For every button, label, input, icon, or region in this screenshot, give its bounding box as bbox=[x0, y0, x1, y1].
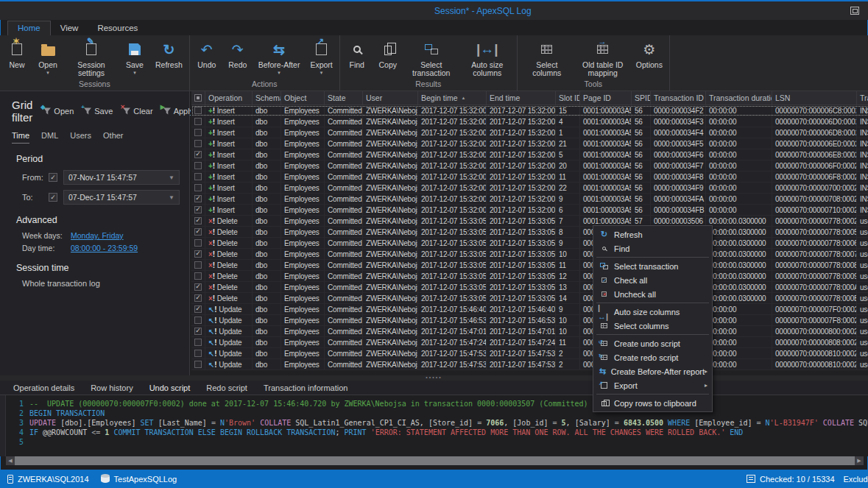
column-header-schema[interactable]: Schema bbox=[253, 91, 281, 105]
filter-open-button[interactable]: ◆Open bbox=[43, 107, 74, 116]
table-row[interactable]: ↖!UpdatedboEmployeesCommittedZWERKA\Nebo… bbox=[191, 359, 868, 370]
row-checkbox[interactable] bbox=[194, 140, 202, 147]
column-header-slot-id[interactable]: Slot ID bbox=[556, 91, 580, 105]
row-checkbox[interactable] bbox=[194, 283, 202, 291]
menu-item-check-all[interactable]: ✓Check all bbox=[593, 273, 712, 287]
menu-item-copy-rows-to-clipboard[interactable]: Copy rows to clipboard bbox=[593, 396, 712, 410]
ribbon-new-button[interactable]: ✶New bbox=[1, 37, 32, 78]
table-row[interactable]: +!InsertdboEmployeesCommittedZWERKA\Nebo… bbox=[191, 171, 868, 183]
table-row[interactable]: ×!DeletedboEmployeesCommittedZWERKA\Nebo… bbox=[191, 249, 868, 260]
menu-item-refresh[interactable]: ↻Refresh bbox=[593, 227, 712, 241]
table-row[interactable]: +!InsertdboEmployeesCommittedZWERKA\Nebo… bbox=[191, 183, 868, 194]
filter-tab-users[interactable]: Users bbox=[70, 131, 91, 144]
column-header-transaction-id[interactable]: Transaction ID bbox=[651, 91, 706, 105]
column-header-tra[interactable]: Tra bbox=[857, 91, 868, 105]
ribbon-select-columns-button[interactable]: Select columns bbox=[519, 37, 575, 78]
row-checkbox[interactable] bbox=[194, 206, 202, 213]
menu-item-select-columns[interactable]: Select columns bbox=[593, 319, 712, 333]
table-row[interactable]: +!InsertdboEmployeesCommittedZWERKA\Nebo… bbox=[191, 194, 868, 205]
day-time-link[interactable]: 08:00:00 - 23:59:59 bbox=[71, 244, 138, 252]
row-checkbox[interactable] bbox=[194, 118, 202, 125]
row-checkbox[interactable] bbox=[194, 261, 202, 269]
menu-item-create-undo-script[interactable]: ↺Create undo script bbox=[593, 336, 712, 350]
scrollbar-thumb[interactable] bbox=[15, 456, 855, 465]
row-checkbox[interactable] bbox=[194, 195, 202, 202]
row-checkbox[interactable] bbox=[194, 317, 202, 324]
select-all-checkbox[interactable] bbox=[191, 91, 205, 105]
row-checkbox[interactable] bbox=[194, 151, 202, 158]
ribbon-tab-view[interactable]: View bbox=[51, 21, 88, 35]
ribbon-old-table-id-mapping-button[interactable]: →Old table ID mapping bbox=[575, 37, 631, 78]
row-checkbox[interactable] bbox=[194, 184, 202, 191]
menu-item-create-before-after-report[interactable]: ⇆Create Before-After report▸ bbox=[593, 364, 712, 378]
ribbon-tab-home[interactable]: Home bbox=[7, 21, 51, 35]
table-row[interactable]: ↖!UpdatedboEmployeesCommittedZWERKA\Nebo… bbox=[191, 304, 868, 315]
filter-clear-button[interactable]: ✕Clear bbox=[122, 107, 152, 116]
ribbon-auto-size-columns-button[interactable]: |↔|Auto size columns bbox=[459, 37, 515, 78]
ribbon-before-after-button[interactable]: ⇆Before-After▾ bbox=[253, 37, 306, 78]
row-checkbox[interactable] bbox=[194, 294, 202, 302]
table-row[interactable]: +!InsertdboEmployeesCommittedZWERKA\Nebo… bbox=[191, 149, 868, 160]
table-row[interactable]: ↖!UpdatedboEmployeesCommittedZWERKA\Nebo… bbox=[191, 315, 868, 326]
menu-item-find[interactable]: Find bbox=[593, 241, 712, 255]
table-row[interactable]: ×!DeletedboEmployeesCommittedZWERKA\Nebo… bbox=[191, 271, 868, 282]
tab-operation-details[interactable]: Operation details bbox=[13, 383, 74, 392]
transaction-grid[interactable]: OperationSchemaObjectStateUserBegin time… bbox=[191, 91, 868, 375]
ribbon-refresh-button[interactable]: ↻Refresh bbox=[150, 37, 188, 78]
row-checkbox[interactable] bbox=[194, 339, 202, 346]
ribbon-session-settings-button[interactable]: ✎Session settings bbox=[63, 37, 119, 78]
column-header-transaction-duration[interactable]: Transaction duration bbox=[706, 91, 772, 105]
menu-item-create-redo-script[interactable]: ↻Create redo script bbox=[593, 350, 712, 364]
ribbon-tab-resources[interactable]: Resources bbox=[88, 21, 147, 35]
table-row[interactable]: ×!DeletedboEmployeesCommittedZWERKA\Nebo… bbox=[191, 260, 868, 271]
ribbon-copy-button[interactable]: Copy bbox=[373, 37, 403, 78]
row-checkbox[interactable] bbox=[194, 250, 202, 258]
row-checkbox[interactable] bbox=[194, 129, 202, 136]
menu-item-select-transaction[interactable]: Select transaction bbox=[593, 259, 712, 273]
ribbon-options-button[interactable]: ⚙Options bbox=[631, 37, 668, 78]
week-days-link[interactable]: Monday, Friday bbox=[71, 231, 124, 240]
ribbon-select-transaction-button[interactable]: Select transaction bbox=[403, 37, 459, 78]
table-row[interactable]: +!InsertdboEmployeesCommittedZWERKA\Nebo… bbox=[191, 116, 868, 127]
ribbon-export-button[interactable]: ↗Export▾ bbox=[305, 37, 337, 78]
table-row[interactable]: +!InsertdboEmployeesCommittedZWERKA\Nebo… bbox=[191, 105, 868, 116]
column-header-user[interactable]: User bbox=[363, 91, 418, 105]
from-checkbox[interactable]: ✓ bbox=[49, 173, 57, 182]
scroll-right-arrow-icon[interactable]: ▶ bbox=[855, 458, 864, 464]
table-row[interactable]: ×!DeletedboEmployeesCommittedZWERKA\Nebo… bbox=[191, 238, 868, 249]
table-row[interactable]: ×!DeletedboEmployeesCommittedZWERKA\Nebo… bbox=[191, 282, 868, 293]
table-row[interactable]: ×!DeletedboEmployeesCommittedZWERKA\Nebo… bbox=[191, 216, 868, 227]
row-checkbox[interactable] bbox=[194, 239, 202, 247]
table-row[interactable]: +!InsertdboEmployeesCommittedZWERKA\Nebo… bbox=[191, 138, 868, 149]
row-checkbox[interactable] bbox=[194, 361, 202, 368]
filter-tab-time[interactable]: Time bbox=[12, 131, 29, 144]
column-header-spid[interactable]: SPID bbox=[632, 91, 651, 105]
restore-window-icon[interactable] bbox=[850, 7, 859, 15]
filter-tab-dml[interactable]: DML bbox=[41, 131, 58, 144]
to-checkbox[interactable]: ✓ bbox=[49, 193, 57, 202]
tab-row-history[interactable]: Row history bbox=[91, 383, 133, 392]
filter-save-button[interactable]: +Save bbox=[83, 107, 113, 116]
row-checkbox[interactable] bbox=[194, 228, 202, 236]
menu-item-export[interactable]: ↗Export▸ bbox=[593, 378, 712, 392]
row-checkbox[interactable] bbox=[194, 217, 202, 224]
from-date-combo[interactable]: 07-Nov-17 15:47:57 ▼ bbox=[63, 170, 180, 185]
table-row[interactable]: ×!DeletedboEmployeesCommittedZWERKA\Nebo… bbox=[191, 293, 868, 304]
tab-undo-script[interactable]: Undo script bbox=[149, 383, 191, 392]
horizontal-scrollbar[interactable]: ◀ ▶ bbox=[6, 456, 864, 465]
ribbon-find-button[interactable]: Find bbox=[342, 37, 373, 78]
horizontal-splitter[interactable]: ••••• bbox=[0, 375, 868, 381]
table-row[interactable]: ↖!UpdatedboEmployeesCommittedZWERKA\Nebo… bbox=[191, 337, 868, 348]
column-header-begin-time[interactable]: Begin time▲ bbox=[418, 91, 487, 105]
table-row[interactable]: +!InsertdboEmployeesCommittedZWERKA\Nebo… bbox=[191, 160, 868, 171]
column-header-page-id[interactable]: Page ID bbox=[580, 91, 632, 105]
column-header-end-time[interactable]: End time bbox=[487, 91, 556, 105]
table-row[interactable]: ↖!UpdatedboEmployeesCommittedZWERKA\Nebo… bbox=[191, 326, 868, 337]
column-header-object[interactable]: Object bbox=[281, 91, 325, 105]
row-checkbox[interactable] bbox=[194, 272, 202, 280]
row-checkbox[interactable] bbox=[194, 305, 202, 313]
filter-tab-other[interactable]: Other bbox=[103, 131, 124, 144]
tab-transaction-information[interactable]: Transaction information bbox=[264, 383, 348, 392]
row-checkbox[interactable] bbox=[194, 173, 202, 180]
tab-redo-script[interactable]: Redo script bbox=[206, 383, 247, 392]
